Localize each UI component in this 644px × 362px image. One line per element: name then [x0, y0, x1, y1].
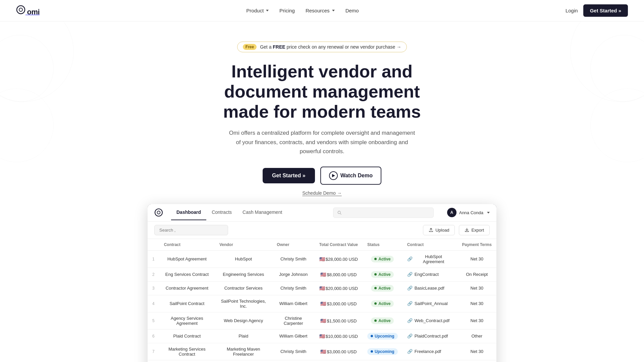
row-num: 4 [148, 295, 159, 312]
row-contract: Agency Services Agreement [159, 312, 215, 329]
row-value: 🇺🇸$8,000.00 USD [315, 267, 363, 281]
row-vendor: Marketing Maven Freelancer [215, 343, 272, 360]
row-num: 7 [148, 343, 159, 360]
dashboard-search[interactable] [333, 207, 434, 218]
export-button[interactable]: Export [459, 225, 490, 235]
dashboard-toolbar: Upload Export [148, 222, 496, 239]
row-status: Active [363, 250, 402, 267]
col-vendor[interactable]: Vendor [215, 239, 272, 251]
col-owner[interactable]: Owner [272, 239, 314, 251]
dashboard-search-input[interactable] [344, 210, 429, 215]
table-row: 7 Marketing Services Contract Marketing … [148, 343, 496, 360]
col-payment[interactable]: Payment Terms [457, 239, 496, 251]
row-file[interactable]: 🔗 EngContract [402, 267, 458, 281]
hero-buttons: Get Started » Watch Demo [7, 167, 637, 185]
logo-icon [16, 5, 25, 14]
row-payment: Other [457, 329, 496, 343]
row-payment: Net 30 [457, 281, 496, 295]
row-vendor: Legal Eagles Law Firm [215, 360, 272, 362]
row-payment: On Receipt [457, 267, 496, 281]
col-status[interactable]: Status [363, 239, 402, 251]
row-file[interactable]: 🔗 BasicLease.pdf [402, 281, 458, 295]
table-header: Contract Vendor Owner Total Contract Val… [148, 239, 496, 251]
dash-nav-cash-management[interactable]: Cash Management [237, 205, 287, 220]
nav-actions: Login Get Started » [566, 4, 628, 17]
row-value: 🇺🇸$1,500.00 USD [315, 312, 363, 329]
row-status: Active [363, 281, 402, 295]
row-num: 6 [148, 329, 159, 343]
row-owner: William Gilbert [272, 295, 314, 312]
row-status: Active [363, 267, 402, 281]
get-started-nav-button[interactable]: Get Started » [583, 4, 628, 17]
row-file[interactable]: 🔗 HubSpot Agreement [402, 250, 458, 267]
dash-logo-icon [154, 208, 163, 217]
row-vendor: Engineering Services [215, 267, 272, 281]
login-button[interactable]: Login [566, 8, 578, 13]
row-num: 5 [148, 312, 159, 329]
row-owner: William Gilbert [272, 329, 314, 343]
row-file[interactable]: 🔗 Web_Contract.pdf [402, 312, 458, 329]
dash-nav-contracts[interactable]: Contracts [206, 205, 237, 220]
nav-product[interactable]: Product [246, 8, 269, 13]
row-payment: Net 30 [457, 343, 496, 360]
dashboard-inner: Dashboard Contracts Cash Management A [148, 204, 496, 362]
logo[interactable]: omi [16, 5, 40, 16]
dash-nav-dashboard[interactable]: Dashboard [171, 205, 206, 220]
row-status: Upcoming [363, 329, 402, 343]
row-status: Active [363, 312, 402, 329]
hero-headline: Intelligent vendor and document manageme… [188, 62, 456, 122]
col-contract[interactable]: Contract [159, 239, 215, 251]
user-dropdown-icon [487, 212, 490, 214]
upload-button[interactable]: Upload [423, 225, 455, 235]
row-file[interactable]: 🔗 LegalEagles.pdf [402, 360, 458, 362]
row-vendor: Contractor Services [215, 281, 272, 295]
row-vendor: HubSpot [215, 250, 272, 267]
col-value[interactable]: Total Contract Value [315, 239, 363, 251]
row-vendor: SailPoint Technologies, Inc. [215, 295, 272, 312]
hero-subtext: Omi offers a centralized platform for co… [228, 128, 416, 156]
svg-point-1 [19, 8, 22, 11]
table-body: 1 HubSpot Agreement HubSpot Christy Smit… [148, 250, 496, 362]
dashboard-action-buttons: Upload Export [423, 225, 490, 235]
resources-chevron-icon [332, 10, 335, 11]
bg-circle-5 [0, 88, 54, 162]
hero-get-started-button[interactable]: Get Started » [263, 168, 315, 183]
row-owner: Christy Smith [272, 281, 314, 295]
schedule-demo-link[interactable]: Schedule Demo → [302, 190, 342, 196]
user-name: Anna Conda [459, 210, 483, 215]
row-value: 🇺🇸$3,000.00 USD [315, 295, 363, 312]
dashboard-user[interactable]: A Anna Conda [447, 208, 490, 217]
table-row: 8 LELF Contract Legal Eagles Law Firm Vi… [148, 360, 496, 362]
hero-watch-demo-button[interactable]: Watch Demo [320, 167, 381, 185]
row-vendor: Plaid [215, 329, 272, 343]
row-status: Upcoming [363, 343, 402, 360]
play-icon [329, 171, 338, 180]
row-vendor: Web Design Agency [215, 312, 272, 329]
contracts-table: Contract Vendor Owner Total Contract Val… [148, 239, 496, 362]
banner-badge: Free [243, 44, 257, 50]
nav-links: Product Pricing Resources Demo [246, 8, 359, 13]
row-value: 🇺🇸$3,000.00 USD [315, 343, 363, 360]
promo-banner[interactable]: Free Get a FREE price check on any renew… [237, 42, 407, 52]
table-search-input[interactable] [154, 225, 228, 235]
nav-demo[interactable]: Demo [345, 8, 359, 13]
table-row: 3 Contractor Agreement Contractor Servic… [148, 281, 496, 295]
row-num: 2 [148, 267, 159, 281]
row-value: 🇺🇸$28,000.00 USD [315, 250, 363, 267]
row-file[interactable]: 🔗 PlaidContract.pdf [402, 329, 458, 343]
navbar: omi Product Pricing Resources Demo Login… [0, 0, 644, 21]
row-owner: Christine Carpenter [272, 312, 314, 329]
table-row: 6 Plaid Contract Plaid William Gilbert 🇺… [148, 329, 496, 343]
nav-resources[interactable]: Resources [306, 8, 335, 13]
row-file[interactable]: 🔗 SailPoint_Annual [402, 295, 458, 312]
row-payment: Net 30 [457, 250, 496, 267]
row-owner: Vincent Fuller [272, 360, 314, 362]
row-num: 1 [148, 250, 159, 267]
row-file[interactable]: 🔗 Freelance.pdf [402, 343, 458, 360]
nav-pricing[interactable]: Pricing [279, 8, 295, 13]
row-owner: Christy Smith [272, 343, 314, 360]
col-contract-file[interactable]: Contract [402, 239, 458, 251]
svg-point-3 [157, 211, 160, 214]
row-num: 8 [148, 360, 159, 362]
table-row: 4 SailPoint Contract SailPoint Technolog… [148, 295, 496, 312]
